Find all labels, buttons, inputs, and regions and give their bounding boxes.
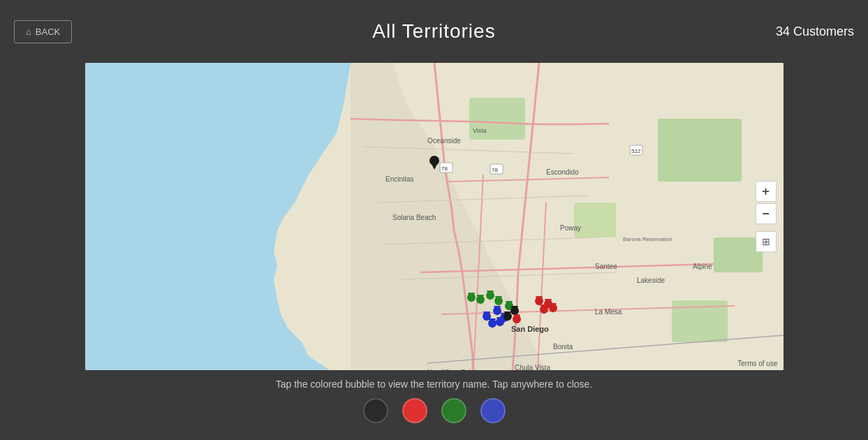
svg-text:Barona Reservation: Barona Reservation (623, 236, 672, 242)
legend-red[interactable] (402, 398, 427, 423)
customer-count: 34 Customers (776, 24, 854, 39)
svg-text:78: 78 (492, 167, 498, 173)
map-container[interactable]: Oceanside Encinitas Escondido Solana Bea… (85, 63, 784, 370)
header: ⌂ BACK All Territories 34 Customers (0, 0, 868, 63)
svg-text:Solana Beach: Solana Beach (392, 214, 436, 221)
footer: Tap the colored bubble to view the terri… (0, 370, 868, 429)
back-button[interactable]: ⌂ BACK (14, 20, 72, 43)
svg-text:522: 522 (631, 148, 641, 154)
svg-text:78: 78 (441, 166, 448, 172)
legend-black[interactable] (363, 398, 388, 423)
svg-text:Lakeside: Lakeside (637, 277, 665, 284)
svg-rect-2 (658, 119, 742, 182)
svg-text:Santee: Santee (595, 263, 617, 270)
legend-green[interactable] (441, 398, 466, 423)
svg-rect-4 (574, 203, 616, 237)
page-title: All Territories (372, 20, 495, 43)
svg-text:Poway: Poway (560, 224, 581, 232)
svg-text:La Mesa: La Mesa (595, 308, 622, 316)
svg-text:Oceanside: Oceanside (427, 137, 461, 145)
svg-text:Encinitas: Encinitas (385, 175, 414, 183)
svg-text:Escondido: Escondido (546, 168, 579, 176)
zoom-in-button[interactable]: + (756, 181, 777, 202)
color-legend (0, 398, 868, 423)
back-icon: ⌂ (26, 27, 31, 37)
map-terms[interactable]: Terms of use (737, 360, 777, 367)
map-outer-wrapper: Oceanside Encinitas Escondido Solana Bea… (78, 63, 790, 370)
back-label: BACK (36, 27, 60, 37)
svg-text:Naval Base Point: Naval Base Point (427, 368, 476, 370)
map-layer-button[interactable]: ⊞ (756, 231, 777, 252)
svg-text:Chula Vista: Chula Vista (515, 364, 550, 370)
map-svg: Oceanside Encinitas Escondido Solana Bea… (85, 63, 784, 370)
svg-text:Alpine: Alpine (693, 263, 712, 270)
zoom-out-button[interactable]: − (756, 203, 777, 224)
map-background[interactable]: Oceanside Encinitas Escondido Solana Bea… (85, 63, 784, 370)
svg-text:San Diego: San Diego (511, 325, 549, 333)
svg-text:Bonita: Bonita (553, 343, 573, 351)
svg-text:Vista: Vista (473, 127, 487, 134)
map-controls: + − ⊞ (756, 181, 777, 252)
footer-instruction: Tap the colored bubble to view the terri… (0, 379, 868, 390)
legend-blue[interactable] (480, 398, 506, 423)
